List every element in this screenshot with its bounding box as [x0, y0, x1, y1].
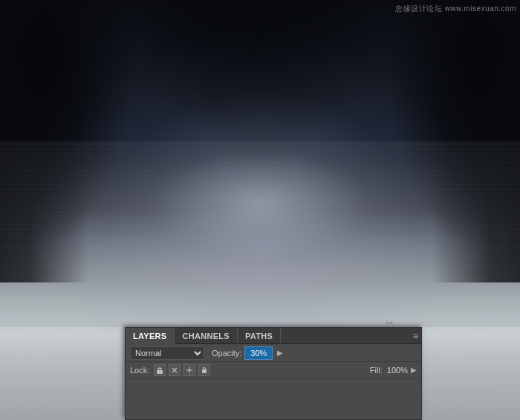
tab-paths[interactable]: PATHS [238, 328, 281, 343]
lock-image-btn[interactable] [169, 364, 181, 376]
controls-row: Normal Opacity: 30% ▶ [126, 344, 421, 362]
tab-layers[interactable]: LAYERS [126, 328, 175, 344]
lock-label: Lock: [130, 366, 149, 375]
fill-value[interactable]: 100% [387, 366, 408, 375]
lock-row: Lock: Fill: 100% ▶ [126, 362, 421, 378]
fill-arrow[interactable]: ▶ [411, 366, 417, 374]
svg-rect-1 [158, 368, 161, 371]
layers-panel: LAYERS CHANNELS PATHS ≡ Normal Opacity: … [125, 327, 422, 420]
panel-tabs: LAYERS CHANNELS PATHS ≡ [126, 328, 421, 344]
lock-all-btn[interactable] [198, 364, 210, 376]
lock-position-btn[interactable] [183, 364, 195, 376]
opacity-arrow[interactable]: ▶ [276, 349, 285, 357]
fill-label: Fill: [370, 366, 383, 375]
svg-rect-6 [202, 369, 207, 373]
blend-mode-select[interactable]: Normal [130, 346, 204, 360]
lock-transparent-btn[interactable] [154, 364, 166, 376]
panel-menu-icon[interactable]: ≡ [413, 331, 418, 341]
watermark: 忠缘设计论坛 www.misexuan.com [395, 4, 516, 14]
expand-icon[interactable]: ▸▸ [386, 318, 394, 326]
opacity-label: Opacity: [212, 349, 241, 358]
water-reflection [0, 141, 520, 327]
tab-channels[interactable]: CHANNELS [175, 328, 238, 343]
opacity-value[interactable]: 30% [244, 346, 273, 360]
